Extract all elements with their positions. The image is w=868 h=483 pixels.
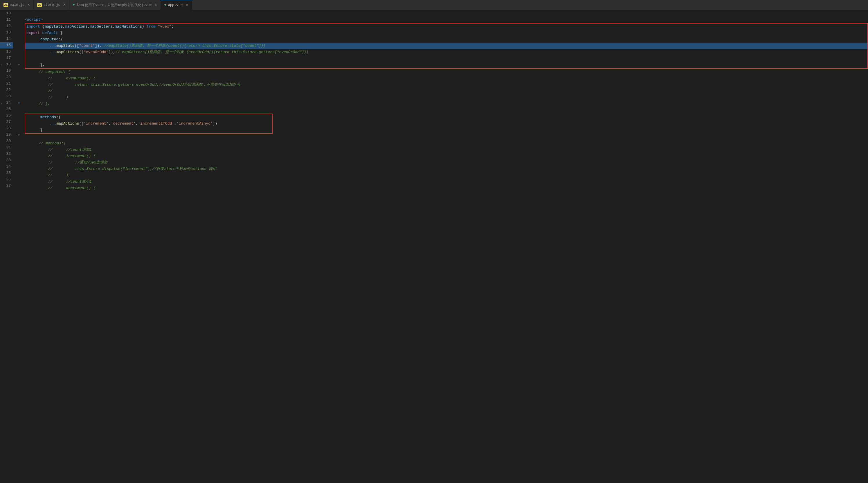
code-line-29 <box>25 134 868 140</box>
gutter-cell-11 <box>16 17 22 23</box>
cmt-close-obj: // }, <box>39 101 50 107</box>
line-num-19: 19 <box>0 68 13 74</box>
gutter-cell-31 <box>16 144 22 151</box>
mapstate: mapState <box>44 24 62 30</box>
cmt-decrement: // decrement() { <box>48 185 95 191</box>
gutter-cell-34 <box>16 163 22 170</box>
cmt-close2: // }, <box>48 172 70 179</box>
gutter-cell-36 <box>16 176 22 183</box>
code-line-11: <script> <box>25 17 868 23</box>
line-num-11: 11 <box>0 17 13 23</box>
code-line-21: // return this.$store.getters.evenOrOdd;… <box>25 82 868 88</box>
gutter-cell-25 <box>16 106 22 112</box>
close-tab-btn[interactable]: × <box>63 3 65 7</box>
editor-area: 10 11 12 13 14 15 16 17 ⌄ 18 19 20 21 22… <box>0 10 868 483</box>
gutter-cell-10 <box>16 10 22 17</box>
vuex-string: "vuex" <box>158 24 172 30</box>
gutter-cell-16 <box>16 49 22 55</box>
gutter-cell-19 <box>16 68 22 74</box>
gutter-cell-28 <box>16 125 22 131</box>
gutter-cell-35 <box>16 170 22 176</box>
gutter-cell-20 <box>16 74 22 81</box>
tab-main-js[interactable]: JS main.js × <box>0 0 34 10</box>
gutter-cell-27 <box>16 119 22 125</box>
vue-icon: ▼ <box>73 3 75 7</box>
gutter-cell-21 <box>16 81 22 87</box>
gutter-cell-17 <box>16 55 22 61</box>
tab-app-no-map-vue[interactable]: ▼ App(使用了vuex，未使用map映射的优化).vue × <box>69 0 161 10</box>
tab-store-js[interactable]: JS store.js × <box>34 0 69 10</box>
line-num-23: 23 <box>0 93 13 100</box>
cmt-empty: // <box>48 88 53 94</box>
mapactions-call: mapActions <box>56 121 79 127</box>
code-line-27: ... mapActions ([ 'increment' , 'decreme… <box>25 121 272 127</box>
code-line-17 <box>25 56 867 62</box>
gutter-cell-15 <box>16 42 22 49</box>
gutter-cell-12 <box>16 23 22 29</box>
tab-app-vue[interactable]: ▼ App.vue × <box>161 0 192 10</box>
cmt-mapgetters: // mapGetters()返回值: 是一个对象 {evenOrOdd(){r… <box>115 49 309 56</box>
gutter-cell-37 <box>16 183 22 189</box>
code-line-23: // } <box>25 94 868 101</box>
decrement-str: 'decrement' <box>111 121 136 127</box>
import-keyword: import <box>26 24 42 30</box>
cmt-evenorodd-fn: // evenOrOdd() { <box>48 75 95 82</box>
mapstate-call: mapState <box>56 43 74 49</box>
line-num-10: 10 <box>0 10 13 17</box>
line-num-29: 29 <box>0 131 13 138</box>
increment-str: 'increment' <box>84 121 108 127</box>
red-box-1: import { mapState , mapActions , mapGett… <box>25 23 868 69</box>
gutter: ◇ ◇ ◇ <box>16 10 22 483</box>
close-tab-btn[interactable]: × <box>186 3 188 7</box>
from-keyword: from <box>147 24 158 30</box>
line-num-12: 12 <box>0 23 13 29</box>
line-num-34: 34 <box>0 163 13 170</box>
line-num-20: 20 <box>0 74 13 81</box>
line-num-15: 15 <box>0 42 13 49</box>
cmt-mapstate: //mapState()返回值: 是一个对象{count(){return th… <box>104 43 265 49</box>
vue-icon: ▼ <box>164 3 166 7</box>
red-box-2: methods :{ ... mapActions ([ 'increment'… <box>25 114 273 134</box>
cmt-methods-open: // methods:{ <box>39 140 66 147</box>
line-num-13: 13 <box>0 29 13 36</box>
tab-label: main.js <box>10 3 24 7</box>
methods-prop: methods <box>40 114 56 121</box>
line-num-17: 17 <box>0 55 13 61</box>
cmt-notify-vuex: // //通知Vuex去增加 <box>48 159 107 166</box>
code-line-31: // //count增加1 <box>25 147 868 153</box>
tab-bar: JS main.js × JS store.js × ▼ App(使用了vuex… <box>0 0 868 10</box>
script-tag: <script> <box>25 17 43 23</box>
code-line-19: // computed: { <box>25 69 868 75</box>
cmt-return: // return this.$store.getters.evenOrOdd;… <box>48 82 240 88</box>
code-line-24: // }, <box>25 101 868 107</box>
mapmutations: mapMutations <box>115 24 142 30</box>
mapgetters: mapGetters <box>90 24 112 30</box>
cmt-count1: // //count增加1 <box>48 147 92 153</box>
tab-label: App(使用了vuex，未使用map映射的优化).vue <box>76 3 152 7</box>
code-line-20: // evenOrOdd() { <box>25 75 868 82</box>
line-num-21: 21 <box>0 81 13 87</box>
line-num-25: 25 <box>0 106 13 112</box>
fold-icon[interactable]: ⌄ <box>1 100 2 106</box>
line-num-26: 26 <box>0 112 13 119</box>
gutter-cell-22 <box>16 87 22 93</box>
gutter-cell-26 <box>16 112 22 119</box>
gutter-cell-32 <box>16 151 22 157</box>
line-numbers: 10 11 12 13 14 15 16 17 ⌄ 18 19 20 21 22… <box>0 10 16 483</box>
line-num-32: 32 <box>0 151 13 157</box>
tab-label: store.js <box>43 3 60 7</box>
code-line-12: import { mapState , mapActions , mapGett… <box>25 24 867 30</box>
gutter-cell-13 <box>16 29 22 36</box>
count-str: "count" <box>79 43 95 49</box>
close-tab-btn[interactable]: × <box>27 3 30 7</box>
fold-icon[interactable]: ⌄ <box>1 61 2 68</box>
js-icon: JS <box>3 3 8 7</box>
code-line-22: // <box>25 88 868 94</box>
close-tab-btn[interactable]: × <box>155 3 157 7</box>
js-icon: JS <box>37 3 42 7</box>
cmt-dispatch: // this.$store.dispatch("increment");//触… <box>48 166 216 172</box>
evenorodd-str: "evenOrOdd" <box>84 49 108 56</box>
gutter-cell-33 <box>16 157 22 163</box>
code-line-10 <box>25 10 868 17</box>
line-num-16: 16 <box>0 49 13 55</box>
